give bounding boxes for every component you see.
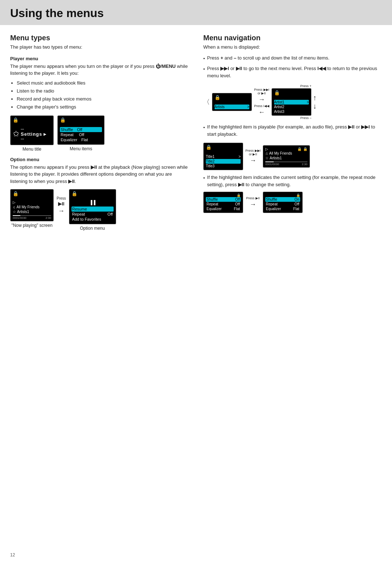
left-arrow-icon: ← <box>258 109 265 116</box>
press-label: Press <box>57 196 66 200</box>
bullet-text-3: If the highlighted item is playable (for… <box>207 123 382 138</box>
equalizer-value: Flat <box>81 138 88 142</box>
press-arrow-section: Press ▶II → <box>57 196 66 215</box>
nav-press-section-2: Press ▶▶Ior ▶II → <box>245 149 261 164</box>
equalizer-label: Equalizer <box>61 138 77 142</box>
nav-bullet-4: • If the highlighted item indicates the … <box>203 174 382 188</box>
artists-row: Artists > <box>215 105 249 109</box>
page-number: 12 <box>10 552 15 557</box>
option-menu-diagram: 🔒 ▷ ♫ All My Friends ☆ Artists1 <box>10 189 189 231</box>
settings-dots-after: ··· <box>21 137 42 141</box>
artist3-row: Artist3 <box>274 109 309 114</box>
share-icon: 🔒 <box>303 147 307 151</box>
shuffle-row: Shuffle Off <box>60 127 102 132</box>
np-time-end: 2:30 <box>45 216 51 220</box>
repeat-label-2: Repeat <box>72 212 85 216</box>
np2-time-end: 2:30 <box>302 163 307 166</box>
repeat-row-2: Repeat Off <box>72 212 114 217</box>
title2-row: Title2 <box>206 159 241 164</box>
eq-lock-1: 🔒 <box>206 193 241 197</box>
np2-artist: ☆ Artists1 <box>265 156 307 160</box>
title1-row: Title1 > <box>206 154 241 159</box>
np2-title: ♫ All My Friends <box>265 151 307 156</box>
up-arrow-icon: ↑ <box>313 94 317 102</box>
np-title: All My Friends <box>17 205 40 209</box>
eq-equalizer-label-2: Equalizer <box>266 207 281 211</box>
eq-repeat-row: Repeat Off <box>206 202 241 207</box>
title2-label: Title2 <box>206 159 215 163</box>
menu-items-label: Menu items <box>70 146 92 151</box>
left-column: Menu types The player has two types of m… <box>10 34 189 232</box>
press-symbol: ▶II <box>58 201 64 207</box>
lock-icon-2: 🔒 <box>60 117 66 123</box>
right-arrow-icon: → <box>58 207 65 215</box>
eq-shuffle-row: Shuffle Off <box>206 197 241 202</box>
shuffle-value: Off <box>77 127 82 132</box>
menu-types-desc: The player has two types of menu: <box>10 44 189 51</box>
settings-screen: 🔒 ✩ ··· Settings ··· ▶ <box>10 115 54 145</box>
eq-shuffle-label-2: Shuffle <box>266 197 277 201</box>
player-menu-label: Player menu <box>10 56 189 61</box>
right-arrow-2-icon: → <box>258 96 265 103</box>
lock-icon-4: 🔒 <box>72 191 77 196</box>
bullet-text-4: If the highlighted item indicates the cu… <box>207 174 382 188</box>
title1-arrow: > <box>238 155 241 159</box>
bullet-dot-2: • <box>203 66 205 79</box>
menu-diagrams: 🔒 ✩ ··· Settings ··· ▶ Menu <box>10 115 189 152</box>
repeat-label: Repeat <box>61 132 73 137</box>
eq-shuffle-value-2: On <box>294 197 299 201</box>
eq-equalizer-value-2: Flat <box>293 207 299 211</box>
np2-title-text: All My Friends <box>269 151 292 155</box>
eq-equalizer-label: Equalizer <box>207 207 222 211</box>
lock-icon-6: 🔒 <box>274 90 280 95</box>
np2-icons: 🔒 🔒 <box>297 147 307 151</box>
nav-diagram-1: 〈 🔒 Artists > Press ▶▶Ior ▶II <box>203 84 382 120</box>
press-forward-label-2: Press ▶▶Ior ▶II <box>245 149 261 156</box>
play-icon: ▷ <box>13 200 16 204</box>
left-nav-icon: 〈 <box>203 98 210 106</box>
menu-nav-desc: When a menu is displayed: <box>203 44 382 51</box>
bullet-4: • If the highlighted item indicates the … <box>203 174 382 188</box>
settings-title: Settings <box>21 131 42 137</box>
press-plus-label: Press + <box>271 84 311 88</box>
option-menu-label: Option menu <box>10 157 189 162</box>
down-arrow-icon: ↓ <box>313 102 317 110</box>
menu-title-label: Menu title <box>23 147 41 152</box>
bullet-2: • Press ▶▶I or ▶II to go to the next men… <box>203 65 382 79</box>
eq-shuffle-label: Shuffle <box>207 197 218 201</box>
option-menu-desc: The option menu appears if you press ▶II… <box>10 164 189 185</box>
artist2-label: Artist2 <box>274 105 284 109</box>
artist1-arrow: > <box>307 100 309 104</box>
artists-arrow: > <box>247 105 249 109</box>
progress-bar <box>13 215 51 216</box>
menu-items-screen: 🔒 Shuffle Off Repeat Off Equalizer Flat <box>57 115 105 145</box>
nav-arrows: → <box>258 96 265 103</box>
title3-row: Title3 <box>206 164 241 168</box>
right-column: Menu navigation When a menu is displayed… <box>203 34 382 232</box>
artists-screen-wrap: 🔒 Artists > <box>212 93 252 111</box>
bullet-3: • If the highlighted item is playable (f… <box>203 123 382 138</box>
play-icon-2: ▷ <box>265 147 268 151</box>
bullet-1: • Press + and – to scroll up and down th… <box>203 54 382 62</box>
settings-dots-before: ··· <box>21 127 42 131</box>
resume-row: Resume <box>72 207 114 212</box>
lock-icon-7: 🔒 <box>206 144 212 150</box>
artist1-row: Artist1 > <box>274 100 309 105</box>
now-playing-wrap: 🔒 ▷ ♫ All My Friends ☆ Artists1 <box>10 189 54 228</box>
player-menu-desc: The player menu appears when you turn on… <box>10 63 189 77</box>
shuffle-label: Shuffle <box>61 127 73 132</box>
lock-icon-8: 🔒 <box>297 147 302 151</box>
np-artist: Artists1 <box>17 210 29 214</box>
bullet-text-2: Press ▶▶I or ▶II to go to the next menu … <box>207 65 382 79</box>
lock-icon-5: 🔒 <box>215 95 220 100</box>
page-title: Using the menus <box>10 7 382 20</box>
page-header: Using the menus <box>0 0 392 25</box>
now-playing-screen: 🔒 ▷ ♫ All My Friends ☆ Artists1 <box>10 189 54 221</box>
eq-shuffle-value: Off <box>235 197 240 201</box>
bullet-dot-3: • <box>203 124 205 138</box>
nav-press-section: Press ▶▶Ior ▶II → Press I◀◀ ← <box>254 88 269 116</box>
repeat-value: Off <box>79 132 84 137</box>
music-icon-2: ♫ <box>265 151 268 155</box>
menu-types-title: Menu types <box>10 34 189 42</box>
menu-items-screen-wrap: 🔒 Shuffle Off Repeat Off Equalizer Flat <box>57 115 105 151</box>
